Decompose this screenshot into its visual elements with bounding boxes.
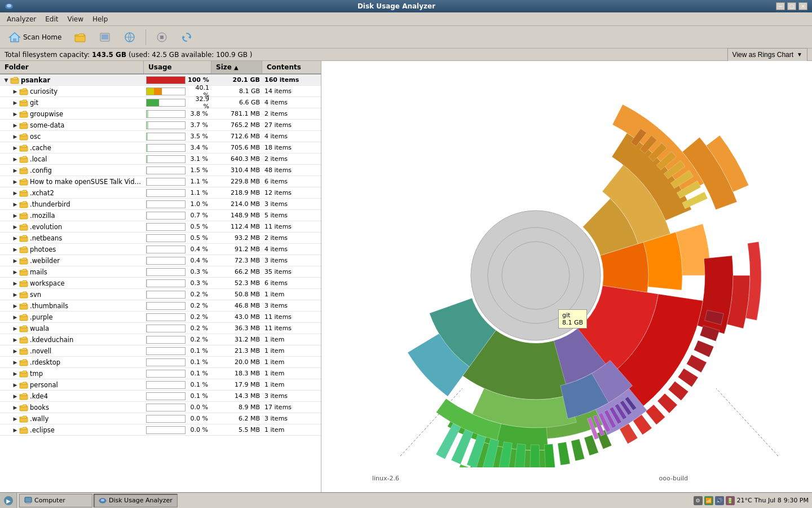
expand-arrow-icon[interactable]: ▶	[11, 347, 19, 355]
col-header-size[interactable]: Size ▲	[211, 61, 262, 73]
usage-percent: 0.4 %	[188, 246, 208, 253]
expand-arrow-icon[interactable]: ▶	[11, 370, 19, 378]
scan-home-button[interactable]: Scan Home	[3, 28, 67, 46]
table-row[interactable]: ▶ osc3.5 %712.6 MB4 items	[0, 131, 321, 142]
table-row[interactable]: ▶ .kde40.1 %14.3 MB3 items	[0, 391, 321, 402]
expand-arrow-icon[interactable]: ▶	[11, 246, 19, 253]
expand-arrow-icon[interactable]: ▶	[11, 358, 19, 366]
menu-help[interactable]: Help	[88, 14, 112, 24]
svg-point-1	[7, 4, 11, 7]
table-row[interactable]: ▶ .thumbnails0.2 %46.8 MB3 items	[0, 300, 321, 312]
chart-panel: git 8.1 GB linux-2.6 ooo-build	[321, 61, 812, 492]
expand-arrow-icon[interactable]: ▶	[11, 133, 19, 141]
expand-arrow-icon[interactable]: ▼	[2, 76, 10, 84]
table-row[interactable]: ▶ .netbeans0.5 %93.2 MB2 items	[0, 233, 321, 244]
table-row[interactable]: ▶ mails0.3 %66.2 MB35 items	[0, 266, 321, 278]
expand-arrow-icon[interactable]: ▶	[11, 279, 19, 287]
expand-arrow-icon[interactable]: ▶	[11, 99, 19, 107]
table-row[interactable]: ▶ .mozilla0.7 %148.9 MB5 items	[0, 210, 321, 221]
expand-arrow-icon[interactable]: ▶	[11, 223, 19, 231]
size-value: 31.2 MB	[211, 336, 262, 343]
expand-arrow-icon[interactable]: ▶	[11, 268, 19, 276]
expand-arrow-icon[interactable]: ▶	[11, 426, 19, 434]
scan-folder-button[interactable]	[69, 28, 91, 46]
expand-arrow-icon[interactable]: ▶	[11, 313, 19, 321]
table-row[interactable]: ▶ .webilder0.4 %72.3 MB3 items	[0, 255, 321, 266]
table-scroll[interactable]: ▼ psankar100 %20.1 GB160 items▶ curiosit…	[0, 75, 321, 492]
expand-arrow-icon[interactable]: ▶	[11, 392, 19, 400]
expand-arrow-icon[interactable]: ▶	[11, 200, 19, 208]
stop-button[interactable]	[151, 28, 173, 46]
table-row[interactable]: ▶ personal0.1 %17.9 MB1 item	[0, 379, 321, 391]
usage-bar-container	[146, 133, 186, 141]
table-row[interactable]: ▶ .local3.1 %640.3 MB2 items	[0, 154, 321, 165]
expand-arrow-icon[interactable]: ▶	[11, 189, 19, 197]
expand-arrow-icon[interactable]: ▶	[11, 178, 19, 186]
table-row[interactable]: ▶ .kdevduchain0.2 %31.2 MB1 item	[0, 334, 321, 345]
expand-arrow-icon[interactable]: ▶	[11, 302, 19, 310]
expand-arrow-icon[interactable]: ▶	[11, 121, 19, 129]
menu-analyzer[interactable]: Analyzer	[2, 14, 41, 24]
table-row[interactable]: ▶ .config1.5 %310.4 MB48 items	[0, 165, 321, 176]
expand-arrow-icon[interactable]: ▶	[11, 234, 19, 242]
start-button[interactable]: ▶	[0, 493, 17, 509]
svg-rect-50	[25, 503, 31, 504]
expand-arrow-icon[interactable]: ▶	[11, 212, 19, 220]
close-button[interactable]: ×	[798, 2, 807, 10]
menu-edit[interactable]: Edit	[41, 14, 63, 24]
expand-arrow-icon[interactable]: ▶	[11, 404, 19, 411]
table-row[interactable]: ▶ .novell0.1 %21.3 MB1 item	[0, 345, 321, 357]
folder-icon	[19, 290, 28, 299]
size-value: 6.6 GB	[211, 99, 262, 106]
expand-arrow-icon[interactable]: ▶	[11, 110, 19, 118]
table-row[interactable]: ▶ wuala0.2 %36.3 MB11 items	[0, 323, 321, 334]
table-row[interactable]: ▶ tmp0.1 %18.3 MB1 item	[0, 368, 321, 379]
contents-value: 3 items	[262, 392, 321, 400]
expand-arrow-icon[interactable]: ▶	[11, 415, 19, 423]
contents-value: 2 items	[262, 155, 321, 163]
usage-bar-container	[146, 392, 186, 400]
table-row[interactable]: ▶ .cache3.4 %705.6 MB18 items	[0, 142, 321, 154]
usage-bar-container	[146, 426, 186, 434]
taskbar-computer[interactable]: Computer	[19, 494, 92, 507]
contents-value: 4 items	[262, 246, 321, 253]
table-row[interactable]: ▶ groupwise3.8 %781.1 MB2 items	[0, 108, 321, 120]
table-row[interactable]: ▶ .xchat21.1 %218.9 MB12 items	[0, 187, 321, 199]
expand-arrow-icon[interactable]: ▶	[11, 167, 19, 174]
expand-arrow-icon[interactable]: ▶	[11, 336, 19, 344]
size-value: 218.9 MB	[211, 189, 262, 196]
refresh-button[interactable]	[175, 28, 198, 46]
scan-device-button[interactable]	[94, 28, 116, 46]
usage-bar-container	[146, 313, 186, 321]
scan-remote-button[interactable]	[118, 28, 141, 46]
table-row[interactable]: ▶ photoes0.4 %91.2 MB4 items	[0, 244, 321, 255]
expand-arrow-icon[interactable]: ▶	[11, 291, 19, 299]
table-row[interactable]: ▶ .purple0.2 %43.0 MB11 items	[0, 312, 321, 323]
expand-arrow-icon[interactable]: ▶	[11, 257, 19, 265]
expand-arrow-icon[interactable]: ▶	[11, 87, 19, 95]
table-row[interactable]: ▶ .evolution0.5 %112.4 MB11 items	[0, 221, 321, 233]
folder-icon	[19, 301, 28, 310]
expand-arrow-icon[interactable]: ▶	[11, 325, 19, 332]
minimize-button[interactable]: −	[776, 2, 785, 10]
table-row[interactable]: ▶ .rdesktop0.1 %20.0 MB1 item	[0, 357, 321, 368]
expand-arrow-icon[interactable]: ▶	[11, 381, 19, 389]
table-row[interactable]: ▶ git32.9 %6.6 GB4 items	[0, 97, 321, 108]
expand-arrow-icon[interactable]: ▶	[11, 155, 19, 163]
table-row[interactable]: ▶ How to make openSUSE Talk Videos1.1 %2…	[0, 176, 321, 187]
table-row[interactable]: ▶ svn0.2 %50.8 MB1 item	[0, 289, 321, 300]
folder-name: .xchat2	[30, 189, 54, 197]
contents-value: 1 item	[262, 370, 321, 377]
table-row[interactable]: ▶ .eclipse0.0 %5.5 MB1 item	[0, 424, 321, 436]
expand-arrow-icon[interactable]: ▶	[11, 144, 19, 152]
taskbar-disk-analyzer[interactable]: Disk Usage Analyzer	[94, 494, 178, 507]
table-row[interactable]: ▶ workspace0.3 %52.3 MB6 items	[0, 278, 321, 289]
maximize-button[interactable]: □	[787, 2, 796, 10]
table-row[interactable]: ▶ .wally0.0 %6.2 MB3 items	[0, 413, 321, 424]
table-row[interactable]: ▶ books0.0 %8.9 MB17 items	[0, 402, 321, 413]
col-header-folder[interactable]: Folder	[0, 61, 144, 73]
table-row[interactable]: ▶ some-data3.7 %765.2 MB27 items	[0, 120, 321, 131]
rings-chart-button[interactable]: View as Rings Chart ▼	[727, 48, 807, 62]
menu-view[interactable]: View	[63, 14, 87, 24]
table-row[interactable]: ▶ .thunderbird1.0 %214.0 MB3 items	[0, 199, 321, 210]
